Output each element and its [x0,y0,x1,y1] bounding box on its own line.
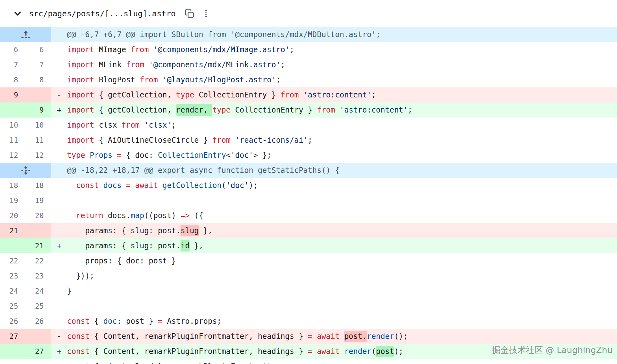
code-token: ; [281,60,285,69]
diff-gutter: 2626 [0,314,51,329]
code-line: -const { Content, remarkPluginFrontmatte… [51,329,617,344]
expand-hunk-button[interactable] [0,163,51,178]
code-token: : post } [117,317,158,326]
code-token: ); [249,181,258,190]
code-line: - params: { slug: post.slug }, [51,223,617,238]
line-number-new: 11 [26,133,52,148]
copy-path-button[interactable] [184,8,195,19]
code-token: import [67,75,94,84]
code-token [299,91,303,99]
code-token [340,347,344,356]
code-line: return docs.map((post) => ({ [51,208,617,223]
code-line: +import { getCollection, render, type Co… [51,102,617,118]
code-line: const docs = await getCollection('doc'); [51,178,617,193]
code-token: 'doc' [226,181,249,190]
diff-gutter: 1212 [0,148,51,163]
code-token [121,181,126,190]
code-token: await [317,347,340,356]
code-token: docs [103,181,122,190]
code-line: + params: { slug: post.id }, [51,238,617,253]
changed-word: render, [176,104,213,116]
code-token: ; [308,136,312,145]
line-number-new: 22 [26,253,52,268]
code-token: Props [90,151,112,160]
code-token: < [226,151,231,160]
collapse-diff-button[interactable] [12,8,23,19]
line-number-new [26,223,52,238]
code-token: { getCollection, [94,106,176,114]
diff-row-context: 2323 })); [0,268,617,284]
code-token [67,211,76,220]
diff-gutter: 1010 [0,118,51,133]
code-token: type [212,106,231,114]
line-number-old: 27 [0,329,26,344]
diff-gutter: 2020 [0,208,51,223]
changed-word: post [376,346,394,357]
code-token: = [117,151,121,160]
code-token: await [135,181,158,190]
code-token: { minutesRead } [90,362,167,364]
line-number-new: 28 [26,359,52,364]
drag-handle-button[interactable] [200,8,212,19]
code-line [51,193,617,208]
diff-row-context: 2020 return docs.map((post) => ({ [0,208,617,223]
diff-row-context: 1919 [0,193,617,208]
chevron-down-icon [13,9,22,18]
code-token: props: { doc: post } [67,256,176,265]
code-token: render [367,332,394,341]
diff-gutter: 2828 [0,359,51,364]
code-token: map [131,211,144,220]
expand-hunk-button[interactable] [0,27,51,42]
code-token: ; [290,45,294,54]
code-token [67,181,76,190]
line-number-new: 24 [26,284,52,299]
diff-marker: - [51,87,67,102]
line-number-old: 25 [0,299,26,314]
line-number-new: 21 [26,238,52,253]
line-number-new: 8 [26,72,52,87]
code-token: doc [103,317,117,326]
code-token: const [67,332,90,341]
code-token [131,181,135,190]
code-token: })); [67,272,94,280]
changed-word: id [181,240,190,251]
line-number-new [26,329,52,344]
code-token: 'react-icons/ai' [235,136,308,145]
line-number-old: 21 [0,223,26,238]
code-token [140,121,144,130]
code-token: ( [221,181,226,190]
diff-gutter: 9 [0,102,51,118]
code-line: @@ -6,7 +6,7 @@ import SButton from '@co… [51,27,617,42]
code-token: = [167,362,171,364]
code-token: return [76,211,103,220]
changed-word: slug [181,225,199,236]
diff-gutter: 21 [0,238,51,253]
diff-row-hunk: @@ -18,22 +18,17 @@ export async functio… [0,163,617,178]
code-token: const [67,317,90,326]
line-number-new: 9 [26,102,52,118]
code-token: from [131,45,149,54]
code-token: ( [371,347,376,356]
line-number-old: 23 [0,268,26,284]
line-number-new: 6 [26,42,52,57]
diff-gutter: 66 [0,42,51,57]
diff-gutter: 2222 [0,253,51,268]
line-number-old [0,238,26,253]
hunk-header-text: @@ -6,7 +6,7 @@ import SButton from '@co… [67,30,381,39]
code-token: import [67,91,94,99]
diff-table: @@ -6,7 +6,7 @@ import SButton from '@co… [0,27,617,364]
diff-gutter: 21 [0,223,51,238]
diff-row-context: 2626const { doc: post } = Astro.props; [0,314,617,329]
code-token: { getCollection, [94,91,176,99]
code-token: ; [408,106,412,114]
code-token: }, [199,226,212,235]
code-token: from [121,121,140,130]
diff-row-add: 21+ params: { slug: post.id }, [0,238,617,253]
diff-gutter: 27 [0,329,51,344]
diff-gutter [0,27,51,42]
diff-marker: - [51,223,67,238]
code-token: from [126,60,144,69]
code-token: MLink [94,60,126,69]
diff-row-context: 2424} [0,284,617,299]
code-token: ); [394,347,403,356]
